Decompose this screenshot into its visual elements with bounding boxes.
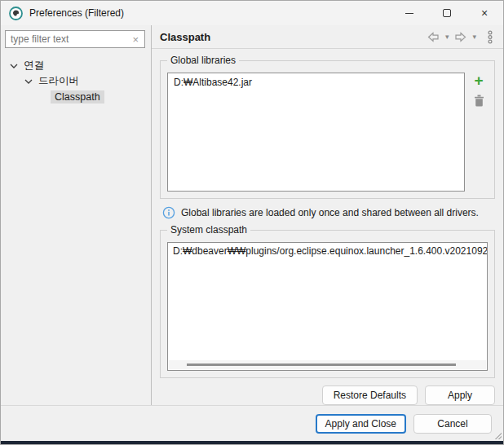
back-button[interactable]: [426, 30, 441, 44]
dialog-footer: Apply and Close Cancel: [1, 405, 503, 441]
filter-input[interactable]: [11, 33, 131, 45]
global-libraries-list[interactable]: D:₩Altibase42.jar: [167, 73, 465, 192]
restore-defaults-button[interactable]: Restore Defaults: [322, 386, 418, 405]
forward-dropdown-icon[interactable]: ▾: [471, 33, 478, 41]
apply-and-close-button[interactable]: Apply and Close: [316, 414, 406, 434]
chevron-down-icon[interactable]: [24, 78, 33, 85]
scrollbar-thumb[interactable]: [187, 363, 456, 366]
system-classpath-value: D:₩dbeaver₩₩plugins/org.eclipse.equinox.…: [168, 243, 487, 259]
tree-item-label: 드라이버: [38, 74, 79, 88]
info-message: Global libraries are loaded only once an…: [160, 206, 495, 219]
view-menu-button[interactable]: [485, 29, 495, 46]
apply-button[interactable]: Apply: [425, 386, 495, 405]
remove-library-button[interactable]: [474, 95, 484, 107]
tree-item-connection[interactable]: 연결: [1, 58, 151, 73]
back-arrow-icon: [427, 32, 440, 42]
trash-icon: [474, 95, 484, 107]
preferences-tree: 연결 드라이버 Classpath: [1, 58, 151, 104]
info-text: Global libraries are loaded only once an…: [181, 207, 479, 218]
group-label: System classpath: [167, 224, 250, 236]
close-icon: ×: [481, 7, 488, 19]
cancel-button[interactable]: Cancel: [413, 414, 492, 434]
filter-box: ×: [5, 30, 145, 48]
global-libraries-group: Global libraries D:₩Altibase42.jar +: [160, 60, 495, 199]
page-title: Classpath: [160, 31, 210, 43]
tree-item-label: 연결: [24, 59, 44, 73]
maximize-button[interactable]: [428, 1, 466, 25]
vertical-dots-icon: [487, 30, 493, 44]
tree-item-label: Classpath: [51, 90, 104, 104]
library-list-item[interactable]: D:₩Altibase42.jar: [168, 75, 464, 90]
resize-grip[interactable]: [494, 432, 502, 439]
info-icon: [162, 206, 175, 219]
group-label: Global libraries: [167, 55, 239, 66]
minimize-icon: [405, 13, 413, 14]
title-bar[interactable]: Preferences (Filtered) ×: [1, 1, 503, 25]
page-nav-toolbar: ▾ ▾: [426, 29, 495, 46]
library-actions: +: [470, 73, 488, 192]
chevron-down-icon[interactable]: [10, 63, 18, 69]
page-buttons: Restore Defaults Apply: [160, 386, 495, 405]
page-header: Classpath ▾ ▾: [152, 25, 503, 49]
close-button[interactable]: ×: [466, 1, 503, 25]
minimize-button[interactable]: [391, 1, 428, 25]
tree-item-classpath-selected[interactable]: Classpath: [1, 89, 151, 104]
back-dropdown-icon[interactable]: ▾: [444, 33, 451, 41]
tree-item-driver[interactable]: 드라이버: [1, 73, 151, 89]
dbeaver-logo-icon: [9, 7, 23, 20]
forward-arrow-icon: [454, 32, 466, 42]
add-library-button[interactable]: +: [474, 74, 483, 87]
system-classpath-group: System classpath D:₩dbeaver₩₩plugins/org…: [160, 230, 495, 378]
preferences-tree-panel: × 연결 드라이버 Classpath: [1, 25, 152, 405]
system-classpath-textarea[interactable]: D:₩dbeaver₩₩plugins/org.eclipse.equinox.…: [167, 242, 488, 371]
classpath-page: Classpath ▾ ▾: [152, 25, 503, 405]
horizontal-scrollbar[interactable]: [169, 360, 486, 369]
forward-button[interactable]: [453, 30, 468, 44]
maximize-icon: [443, 9, 451, 17]
window-title: Preferences (Filtered): [29, 7, 124, 19]
window-bottom-edge: [1, 441, 503, 444]
preferences-dialog: Preferences (Filtered) × ×: [0, 0, 504, 445]
clear-filter-icon[interactable]: ×: [131, 34, 139, 45]
